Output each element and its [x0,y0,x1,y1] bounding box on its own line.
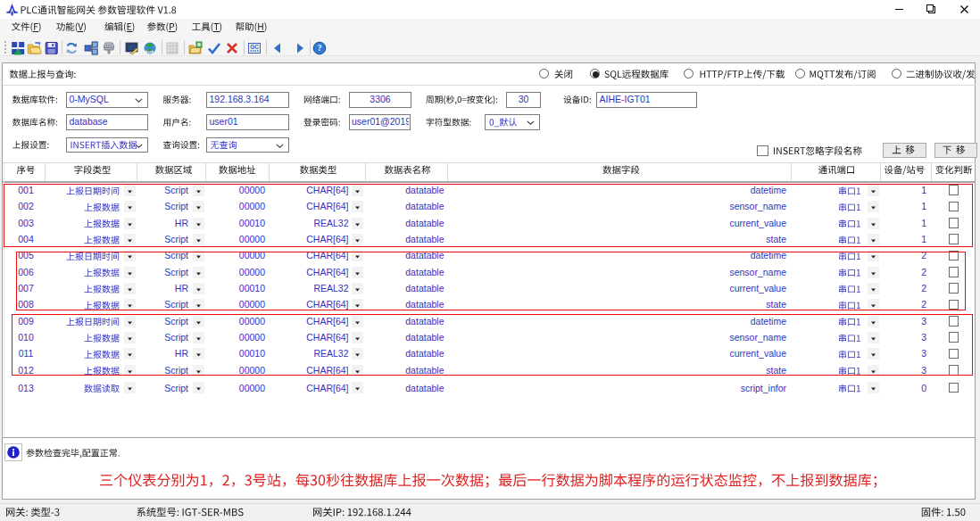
svg-text:?: ? [318,44,322,53]
svg-text:PPI: PPI [147,50,152,54]
svg-text:GC: GC [250,44,259,50]
